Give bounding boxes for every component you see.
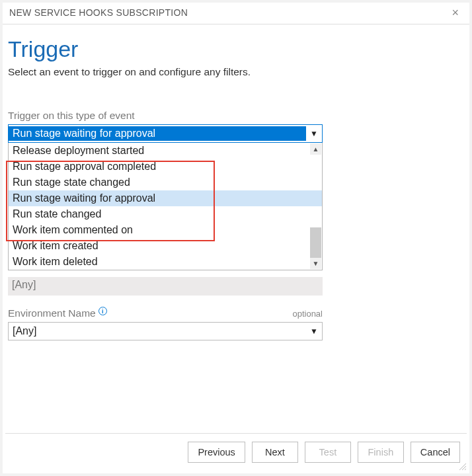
svg-line-2: [465, 469, 466, 470]
event-type-combobox[interactable]: Run stage waiting for approval ▼: [8, 124, 323, 143]
scrollbar-thumb[interactable]: [310, 227, 321, 258]
event-option[interactable]: Work item created: [9, 238, 322, 254]
event-option[interactable]: Run state changed: [9, 206, 322, 222]
event-type-label: Trigger on this type of event: [8, 110, 464, 122]
environment-selected: [Any]: [9, 324, 306, 338]
scroll-up-icon[interactable]: ▲: [310, 143, 321, 155]
event-option[interactable]: Work item deleted: [9, 254, 322, 270]
event-option[interactable]: Release deployment started: [9, 143, 322, 159]
event-type-selected: Run stage waiting for approval: [9, 126, 306, 141]
scroll-down-icon[interactable]: ▼: [310, 258, 321, 269]
event-option[interactable]: Run stage waiting for approval: [9, 190, 322, 206]
resize-grip-icon[interactable]: [457, 461, 467, 471]
page-subtext: Select an event to trigger on and config…: [8, 66, 464, 78]
environment-label-row: Environment Name i optional: [8, 307, 323, 319]
optional-badge: optional: [292, 309, 323, 319]
next-button[interactable]: Next: [252, 442, 298, 463]
chevron-down-icon: ▼: [306, 327, 322, 336]
test-button: Test: [305, 442, 351, 463]
page-heading: Trigger: [8, 36, 464, 62]
event-option[interactable]: Run stage approval completed: [9, 159, 322, 175]
previous-button[interactable]: Previous: [188, 442, 245, 463]
finish-button: Finish: [358, 442, 404, 463]
pipeline-disabled-value: [Any]: [8, 277, 323, 296]
event-type-listbox[interactable]: Release deployment started Run stage app…: [8, 143, 323, 270]
environment-combobox[interactable]: [Any] ▼: [8, 322, 323, 340]
event-option[interactable]: Run stage state changed: [9, 175, 322, 190]
chevron-down-icon: ▼: [306, 129, 322, 138]
environment-field: Environment Name i optional [Any] ▼: [8, 307, 323, 340]
close-button[interactable]: ×: [448, 5, 463, 20]
event-option[interactable]: Work item commented on: [9, 222, 322, 238]
info-icon[interactable]: i: [98, 307, 107, 315]
dialog-titlebar: NEW SERVICE HOOKS SUBSCRIPTION ×: [3, 3, 469, 24]
cancel-button[interactable]: Cancel: [411, 442, 460, 463]
dialog-content: Trigger Select an event to trigger on an…: [3, 24, 469, 340]
dialog-footer: Previous Next Test Finish Cancel: [5, 433, 467, 471]
environment-label: Environment Name: [8, 307, 96, 319]
dialog-title: NEW SERVICE HOOKS SUBSCRIPTION: [9, 7, 188, 18]
